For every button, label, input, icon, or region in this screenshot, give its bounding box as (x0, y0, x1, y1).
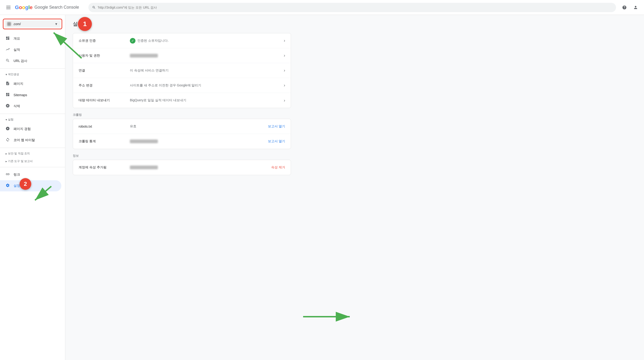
account-button[interactable] (631, 3, 640, 12)
logo-e: e (30, 4, 33, 10)
settings-row-crawl-stats[interactable]: 크롤링 통계 보고서 열기 (73, 134, 291, 149)
crawl-stats-value (130, 140, 268, 143)
section-indexing-expand: ▾ (6, 73, 7, 76)
sidebar-item-core-web-vitals[interactable]: 코어 웹 바이탈 (0, 135, 61, 146)
sidebar-item-removals-label: 삭제 (14, 104, 20, 108)
settings-row-address[interactable]: 주소 변경 사이트를 새 주소로 이전한 경우 Google에 알리기 › (73, 78, 291, 93)
settings-row-robots[interactable]: robots.txt 유효 보고서 열기 (73, 119, 291, 134)
crawl-stats-label: 크롤링 통계 (78, 139, 130, 144)
sidebar-item-page-experience-label: 페이지 경험 (14, 127, 31, 131)
robots-label: robots.txt (78, 125, 130, 128)
overview-icon (6, 36, 10, 41)
add-property-value (130, 166, 271, 169)
crawl-stats-action[interactable]: 보고서 열기 (268, 139, 285, 144)
performance-icon (6, 47, 10, 53)
section-legacy[interactable]: ▸ 기존 도구 및 보고서 (0, 158, 65, 165)
address-chevron: › (284, 83, 285, 88)
page-experience-icon (6, 126, 10, 132)
users-value (130, 54, 280, 57)
svg-rect-1 (6, 7, 10, 8)
export-chevron: › (284, 98, 285, 103)
section-legacy-expand: ▸ (6, 160, 7, 163)
section-experience[interactable]: ▾ 실험 (0, 116, 65, 123)
page-title: 설정 (73, 20, 291, 27)
property-settings-card: 소유권 인증 ✓ 인증된 소유자입니다. › 사용자 및 권한 › 연결 이 속… (73, 33, 291, 108)
sidebar-item-links[interactable]: 링크 2 (0, 169, 61, 180)
sidebar-item-url-inspection[interactable]: URL 검사 (0, 55, 61, 67)
sidebar-item-overview[interactable]: 개요 (0, 33, 61, 44)
sidebar-item-sitemaps[interactable]: Sitemaps (0, 89, 61, 101)
info-section-title: 정보 (73, 154, 291, 158)
sidebar-item-page-experience[interactable]: 페이지 경험 (0, 123, 61, 135)
svg-rect-2 (6, 9, 10, 9)
search-input[interactable] (98, 5, 612, 9)
section-security[interactable]: ▸ 보안 및 직접 조치 (0, 150, 65, 158)
association-chevron: › (284, 68, 285, 73)
search-icon (92, 5, 96, 9)
links-icon (6, 172, 10, 178)
sidebar-item-pages-label: 페이지 (14, 82, 23, 86)
section-legacy-label: 기존 도구 및 보고서 (8, 159, 33, 163)
settings-row-ownership[interactable]: 소유권 인증 ✓ 인증된 소유자입니다. › (73, 33, 291, 48)
menu-icon[interactable] (4, 3, 13, 12)
remove-property-action[interactable]: 속성 제거 (271, 165, 285, 170)
sidebar-item-links-label: 링크 (14, 173, 20, 177)
section-experience-expand: ▾ (6, 118, 7, 121)
core-web-vitals-icon (6, 138, 10, 143)
sidebar-item-url-inspection-label: URL 검사 (14, 59, 27, 63)
removals-icon (6, 104, 10, 109)
property-dropdown[interactable]: .com/ ▼ (4, 20, 60, 28)
add-property-blurred (130, 166, 158, 169)
url-inspection-icon (6, 58, 10, 64)
sidebar-divider-2 (0, 114, 65, 114)
crawling-card: robots.txt 유효 보고서 열기 크롤링 통계 보고서 열기 (73, 119, 291, 149)
robots-value: 유효 (130, 124, 268, 129)
sidebar-item-performance-label: 실적 (14, 48, 20, 52)
property-domain: .com/ (13, 22, 53, 26)
address-label: 주소 변경 (78, 83, 130, 88)
add-property-label: 계정에 속성 추가됨 (78, 165, 130, 170)
sidebar-item-sitemaps-label: Sitemaps (14, 93, 27, 97)
association-value: 이 속성에 서비스 연결하기 (130, 68, 280, 73)
site-favicon (7, 22, 11, 26)
annotation-2: 2 (20, 178, 31, 190)
ownership-label: 소유권 인증 (78, 39, 130, 43)
settings-row-add-property[interactable]: 계정에 속성 추가됨 속성 제거 3 (73, 160, 291, 175)
section-experience-label: 실험 (8, 118, 14, 122)
sidebar-item-removals[interactable]: 삭제 (0, 101, 61, 112)
ownership-chevron: › (284, 38, 285, 43)
info-card: 계정에 속성 추가됨 속성 제거 3 (73, 160, 291, 175)
users-chevron: › (284, 53, 285, 58)
help-button[interactable] (620, 3, 629, 12)
google-logo: Google Google Search Console (15, 4, 79, 10)
settings-row-export[interactable]: 대량 데이터 내보내기 BigQuery로 일일 실적 데이터 내보내기 › (73, 93, 291, 108)
settings-row-association[interactable]: 연결 이 속성에 서비스 연결하기 › (73, 63, 291, 78)
search-bar[interactable] (88, 3, 616, 12)
users-blurred (130, 54, 158, 57)
logo-g2: g (25, 4, 28, 10)
property-chevron: ▼ (54, 22, 58, 26)
sidebar-divider-3 (0, 148, 65, 148)
verified-icon: ✓ (130, 38, 136, 43)
ownership-status: 인증된 소유자입니다. (137, 39, 168, 43)
logo-g: G (15, 4, 19, 10)
sidebar-item-pages[interactable]: 페이지 (0, 78, 61, 89)
section-security-label: 보안 및 직접 조치 (8, 152, 30, 156)
sidebar-item-performance[interactable]: 실적 (0, 44, 61, 55)
section-security-expand: ▸ (6, 152, 7, 155)
svg-rect-0 (6, 6, 10, 6)
app-title: Google Search Console (34, 5, 79, 10)
main-layout: .com/ ▼ 1 개요 실적 (0, 15, 644, 360)
ownership-value: ✓ 인증된 소유자입니다. (130, 38, 280, 43)
crawl-stats-blurred (130, 140, 158, 143)
address-value: 사이트를 새 주소로 이전한 경우 Google에 알리기 (130, 83, 280, 88)
settings-row-users[interactable]: 사용자 및 권한 › (73, 48, 291, 63)
sidebar-item-settings-label: 설정 (14, 184, 20, 188)
robots-action[interactable]: 보고서 열기 (268, 124, 285, 129)
export-label: 대량 데이터 내보내기 (78, 98, 130, 102)
association-label: 연결 (78, 68, 130, 73)
pages-icon (6, 81, 10, 87)
section-indexing[interactable]: ▾ 색인생성 (0, 71, 65, 78)
sitemaps-icon (6, 92, 10, 98)
sidebar-item-overview-label: 개요 (14, 36, 20, 41)
